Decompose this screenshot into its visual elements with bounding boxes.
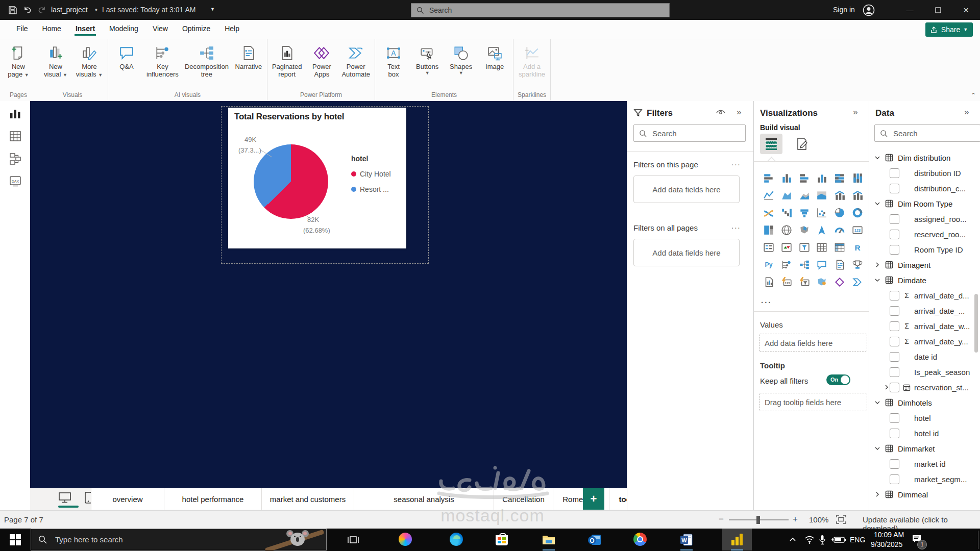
field-item-market-segm-[interactable]: market_segm... [869,471,980,487]
report-view-icon[interactable] [9,107,22,120]
field-item-distribution-c-[interactable]: distribution_c... [869,181,980,196]
menu-tab-modeling[interactable]: Modeling [102,20,145,37]
power-automate-button[interactable]: PowerAutomate [339,43,373,79]
field-checkbox[interactable] [890,291,899,300]
zoom-in-icon[interactable]: + [793,514,798,524]
maximize-button[interactable] [924,0,952,20]
filled-map-icon[interactable] [795,221,813,239]
chevron-down-icon[interactable] [874,155,880,161]
page-tab-market-and-customers[interactable]: market and customers [262,488,354,510]
table-item-dimmeal[interactable]: Dimmeal [869,487,980,502]
table-item-dim-room-type[interactable]: Dim Room Type [869,196,980,211]
collapse-visualizations-icon[interactable]: » [853,107,857,117]
undo-icon[interactable] [23,6,32,15]
legend-item-city-hotel[interactable]: City Hotel [351,170,391,178]
r-script-icon[interactable]: R [848,239,866,256]
chevron-down-icon[interactable] [874,277,880,283]
table-item-dimdate[interactable]: Dimdate [869,272,980,288]
menu-tab-help[interactable]: Help [217,20,247,37]
azure-map-icon[interactable] [813,221,831,239]
clustered-bar-chart-icon[interactable] [795,169,813,187]
chevron-down-icon[interactable] [874,201,880,207]
qa-button[interactable]: Q&A [110,43,143,71]
field-item-market-id[interactable]: market id [869,456,980,471]
field-item-reservation-st-[interactable]: reservation_st... [869,380,980,395]
language-indicator[interactable]: ENG [850,536,865,544]
eye-icon[interactable] [716,109,725,116]
filters-page-dropzone[interactable]: Add data fields here [633,176,740,203]
clock-date[interactable]: 9/30/2025 [871,540,902,548]
tray-expand-icon[interactable] [789,536,797,544]
field-checkbox[interactable] [890,337,899,346]
field-checkbox[interactable] [890,474,899,484]
field-item-hotel-id[interactable]: hotel id [869,425,980,441]
power-automate-icon[interactable] [848,273,866,291]
clustered-column-chart-icon[interactable] [813,169,831,187]
new-page-tab-button[interactable]: + [583,488,604,510]
decomposition-tree-icon[interactable] [795,256,813,273]
field-checkbox[interactable] [890,321,899,331]
table-item-dimmarket[interactable]: Dimmarket [869,441,980,456]
table-item-dim-distribution[interactable]: Dim distribution [869,150,980,165]
field-checkbox[interactable] [890,429,899,438]
shapes-button[interactable]: Shapes▼ [445,43,477,77]
stacked-area-chart-icon[interactable] [795,187,813,204]
table-item-dimagent[interactable]: Dimagent [869,257,980,272]
page-tab-overview[interactable]: overview [91,488,164,510]
chevron-right-icon[interactable] [874,262,880,268]
desktop-layout-icon[interactable] [58,492,71,503]
chevron-right-icon[interactable] [884,384,890,390]
field-checkbox[interactable] [890,367,899,377]
field-item-is-peak-season[interactable]: Is_peak_season [869,364,980,380]
filters-search[interactable] [633,124,746,142]
power-bi-icon[interactable] [730,533,744,547]
100-stacked-bar-chart-icon[interactable] [831,169,849,187]
save-icon[interactable] [8,6,17,15]
kpi-icon[interactable] [778,239,796,256]
sign-in-link[interactable]: Sign in [833,6,855,14]
100-stacked-area-chart-icon[interactable] [813,187,831,204]
page-tab-hotel-performance[interactable]: hotel performance [164,488,262,510]
filters-search-input[interactable] [651,129,730,138]
power-apps-icon[interactable] [831,273,849,291]
field-item-arrival-date-y-[interactable]: Σarrival_date_y... [869,334,980,349]
add-sparkline-button[interactable]: Add asparkline [516,43,548,79]
edge-icon[interactable] [450,533,464,547]
redo-icon[interactable] [37,6,46,15]
line-chart-icon[interactable] [760,187,778,204]
titlebar-search-input[interactable] [428,6,645,15]
task-view-icon[interactable] [346,533,360,547]
microphone-icon[interactable] [819,535,826,545]
stacked-bar-chart-icon[interactable] [760,169,778,187]
field-item-arrival-date-[interactable]: arrival_date_... [869,303,980,318]
new-page-button[interactable]: Newpage ▼ [2,43,35,80]
more-options-icon[interactable]: ... [731,221,741,230]
field-item-room-type-id[interactable]: Room Type ID [869,242,980,257]
collapse-data-icon[interactable]: » [964,107,969,117]
tooltip-dropzone[interactable]: Drag tooltip fields here [759,393,867,411]
field-checkbox[interactable] [890,413,899,423]
format-visual-tab[interactable] [791,134,813,154]
zoom-out-icon[interactable]: − [719,514,724,524]
scatter-chart-icon[interactable] [813,204,831,221]
model-view-icon[interactable] [9,152,22,165]
field-item-assigned-roo-[interactable]: assigned_roo... [869,211,980,227]
funnel-chart-icon[interactable] [795,204,813,221]
word-icon[interactable]: W [679,533,694,547]
power-apps-button[interactable]: PowerApps [305,43,338,79]
menu-tab-optimize[interactable]: Optimize [175,20,217,37]
values-dropzone[interactable]: Add data fields here [759,334,867,352]
smart-narrative-icon[interactable] [831,256,849,273]
page-tab-cancellation[interactable]: Cancellation [494,488,553,510]
line-and-clustered-column-chart-icon[interactable] [848,187,866,204]
slicer-icon[interactable] [795,239,813,256]
chrome-icon[interactable] [633,533,648,547]
menu-tab-home[interactable]: Home [35,20,68,37]
menu-tab-view[interactable]: View [145,20,175,37]
card-icon[interactable]: 123 [848,221,866,239]
field-checkbox[interactable] [890,306,899,316]
new-slicer-icon[interactable] [795,273,813,291]
decomposition-tree-button[interactable]: Decompositiontree [182,43,231,79]
data-search[interactable] [874,124,980,142]
python-script-icon[interactable]: Py [760,256,778,273]
